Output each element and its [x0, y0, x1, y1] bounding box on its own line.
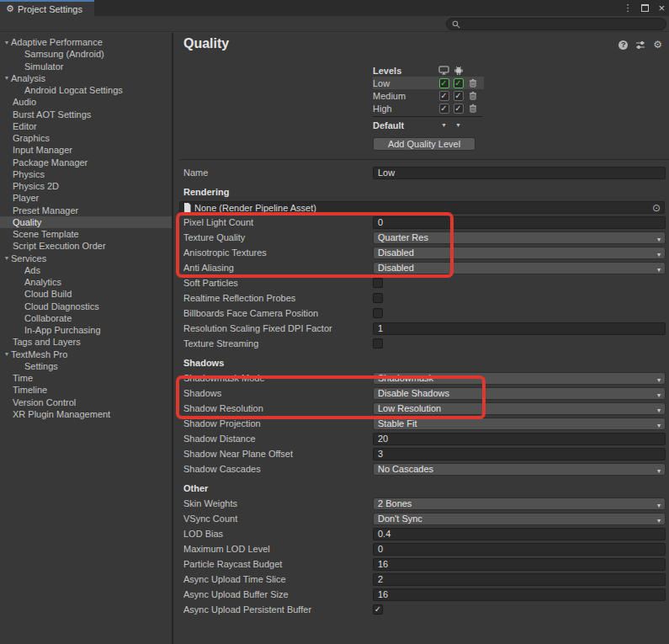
field-input[interactable]: 0 [373, 216, 666, 229]
quality-level-row-high[interactable]: High✓✓ [373, 102, 484, 114]
sidebar-item-version-control[interactable]: Version Control [0, 397, 172, 408]
sidebar-item-package-manager[interactable]: Package Manager [0, 157, 172, 168]
field-dropdown[interactable]: Don't Sync▾ [373, 513, 666, 525]
sidebar-item-preset-manager[interactable]: Preset Manager [0, 205, 172, 216]
presets-icon[interactable] [635, 40, 645, 50]
field-checkbox[interactable] [373, 293, 383, 303]
android-level-checkbox[interactable]: ✓ [454, 91, 464, 101]
field-dropdown[interactable]: Disabled▾ [373, 247, 666, 259]
quality-level-row-medium[interactable]: Medium✓✓ [373, 89, 484, 102]
sidebar-item-time[interactable]: Time [0, 372, 172, 384]
sidebar-item-graphics[interactable]: Graphics [0, 132, 172, 144]
expander-triangle-icon[interactable]: ▼ [3, 40, 11, 45]
sidebar-item-editor[interactable]: Editor [0, 120, 172, 132]
android-level-checkbox[interactable]: ✓ [454, 104, 464, 114]
chevron-down-icon: ▾ [657, 515, 661, 526]
sidebar-item-burst-aot-settings[interactable]: Burst AOT Settings [0, 109, 172, 120]
trash-icon[interactable] [465, 91, 480, 100]
dropdown-value: Don't Sync [378, 514, 422, 524]
field-input[interactable]: 16 [373, 558, 666, 571]
field-input[interactable]: 1 [373, 322, 666, 335]
add-quality-level-button[interactable]: Add Quality Level [373, 137, 475, 151]
sidebar-item-scene-template[interactable]: Scene Template [0, 228, 172, 240]
sidebar-item-samsung-android[interactable]: Samsung (Android) [0, 48, 172, 60]
object-picker-icon[interactable]: ⊙ [652, 202, 661, 215]
sidebar-item-analytics[interactable]: Analytics [0, 276, 172, 288]
levels-divider [373, 116, 482, 117]
quality-level-row-low[interactable]: Low✓✓ [373, 77, 484, 89]
sidebar-item-settings[interactable]: Settings [0, 360, 172, 372]
default-android-dropdown[interactable]: ▾ [451, 121, 465, 129]
field-checkbox[interactable]: ✓ [373, 604, 383, 615]
field-dropdown[interactable]: Disable Shadows▾ [373, 387, 666, 400]
sidebar-item-simulator[interactable]: Simulator [0, 61, 172, 72]
sidebar-item-xr-plugin-management[interactable]: XR Plugin Management [0, 408, 172, 420]
sidebar-item-in-app-purchasing[interactable]: In-App Purchasing [0, 324, 172, 336]
sidebar-item-input-manager[interactable]: Input Manager [0, 144, 172, 156]
field-checkbox[interactable] [373, 338, 383, 349]
sidebar-item-audio[interactable]: Audio [0, 96, 172, 108]
desktop-level-checkbox[interactable]: ✓ [439, 104, 449, 114]
settings-gear-icon[interactable]: ⚙ [653, 40, 662, 50]
field-input[interactable]: 3 [373, 448, 666, 460]
render-pipeline-object-field[interactable]: None (Render Pipeline Asset)⊙ [179, 201, 665, 214]
maximize-icon[interactable] [641, 4, 649, 12]
field-dropdown[interactable]: Low Resolution▾ [373, 402, 666, 415]
field-input[interactable]: 20 [373, 433, 666, 445]
sidebar-item-cloud-build[interactable]: Cloud Build [0, 288, 172, 300]
object-field-value: None (Render Pipeline Asset) [194, 203, 316, 213]
field-input[interactable]: 0.4 [373, 528, 666, 540]
help-icon[interactable]: ? [619, 40, 628, 50]
kebab-menu-icon[interactable]: ⋮ [623, 3, 632, 13]
sidebar-item-timeline[interactable]: Timeline [0, 384, 172, 396]
sidebar-item-physics[interactable]: Physics [0, 168, 172, 180]
expander-triangle-icon[interactable]: ▼ [3, 75, 11, 81]
sidebar-item-label: Android Logcat Settings [24, 85, 123, 95]
default-desktop-dropdown[interactable]: ▾ [437, 121, 451, 129]
field-input[interactable]: Low [373, 167, 666, 179]
sidebar-item-label: Services [11, 253, 46, 263]
field-input[interactable]: 16 [373, 588, 666, 601]
sidebar-item-android-logcat-settings[interactable]: Android Logcat Settings [0, 84, 172, 96]
sidebar-item-player[interactable]: Player [0, 192, 172, 204]
sidebar-item-quality[interactable]: Quality [0, 216, 172, 228]
field-label: Shadow Projection [179, 418, 373, 428]
field-label: Skin Weights [179, 498, 373, 508]
tab-project-settings[interactable]: ⚙ Project Settings [0, 0, 94, 16]
field-dropdown[interactable]: Shadowmask▾ [373, 372, 666, 385]
setting-row-realtime-reflection-probes: Realtime Reflection Probes [179, 291, 666, 305]
field-dropdown[interactable]: 2 Bones▾ [373, 498, 666, 510]
setting-row-vsync-count: VSync CountDon't Sync▾ [179, 512, 666, 525]
field-dropdown[interactable]: Quarter Res▾ [373, 232, 666, 244]
field-checkbox[interactable] [373, 278, 383, 288]
sidebar-item-textmesh-pro[interactable]: ▼TextMesh Pro [0, 349, 172, 360]
field-dropdown[interactable]: No Cascades▾ [373, 463, 666, 476]
sidebar-item-ads[interactable]: Ads [0, 264, 172, 276]
field-checkbox[interactable] [373, 308, 383, 318]
sidebar-item-physics-2d[interactable]: Physics 2D [0, 180, 172, 192]
sidebar-item-label: Analysis [11, 73, 45, 83]
sidebar-item-collaborate[interactable]: Collaborate [0, 312, 172, 324]
expander-triangle-icon[interactable]: ▼ [3, 255, 11, 261]
android-level-checkbox[interactable]: ✓ [454, 78, 464, 88]
desktop-level-checkbox[interactable]: ✓ [439, 91, 449, 101]
field-input[interactable]: 2 [373, 573, 666, 586]
search-field[interactable] [446, 18, 666, 30]
trash-icon[interactable] [465, 78, 480, 88]
sidebar-item-services[interactable]: ▼Services [0, 253, 172, 264]
sidebar-item-script-execution-order[interactable]: Script Execution Order [0, 240, 172, 252]
field-input[interactable]: 0 [373, 543, 666, 556]
field-dropdown[interactable]: Stable Fit▾ [373, 418, 666, 430]
close-icon[interactable]: × [658, 3, 665, 13]
expander-triangle-icon[interactable]: ▼ [3, 351, 11, 357]
sidebar-item-cloud-diagnostics[interactable]: Cloud Diagnostics [0, 301, 172, 312]
sidebar-item-adaptive-performance[interactable]: ▼Adaptive Performance [0, 36, 172, 48]
search-input[interactable] [464, 19, 661, 29]
sidebar-item-analysis[interactable]: ▼Analysis [0, 72, 172, 84]
field-dropdown[interactable]: Disabled▾ [373, 262, 666, 274]
sidebar-item-tags-and-layers[interactable]: Tags and Layers [0, 336, 172, 348]
desktop-level-checkbox[interactable]: ✓ [439, 78, 449, 88]
field-label: Shadow Resolution [179, 403, 373, 413]
trash-icon[interactable] [465, 104, 480, 113]
quality-panel: Quality ? ⚙ Levels [173, 33, 669, 644]
